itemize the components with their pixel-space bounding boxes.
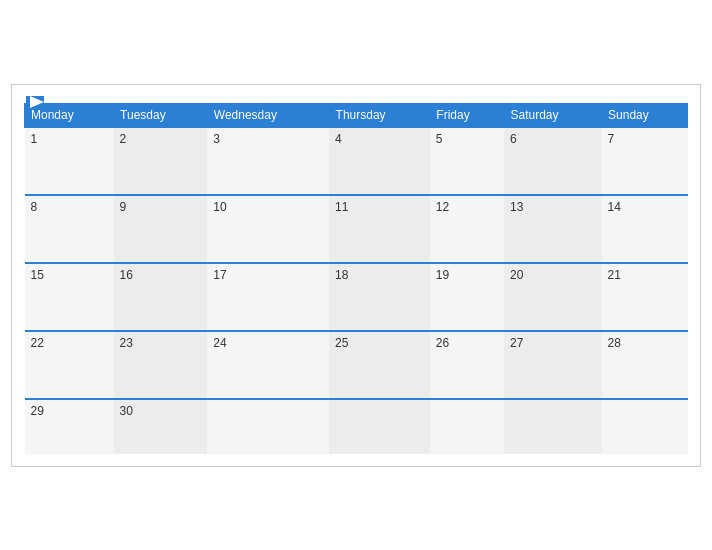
day-number: 15	[31, 268, 108, 282]
calendar-tbody: 1234567891011121314151617181920212223242…	[25, 127, 688, 454]
day-number: 29	[31, 404, 108, 418]
calendar-cell: 23	[114, 331, 208, 399]
day-number: 5	[436, 132, 498, 146]
day-number: 18	[335, 268, 424, 282]
day-number: 27	[510, 336, 596, 350]
calendar-cell: 9	[114, 195, 208, 263]
day-number: 25	[335, 336, 424, 350]
weekday-header-friday: Friday	[430, 103, 504, 127]
calendar-cell: 20	[504, 263, 602, 331]
calendar-container: MondayTuesdayWednesdayThursdayFridaySatu…	[11, 84, 701, 467]
day-number: 14	[608, 200, 682, 214]
day-number: 20	[510, 268, 596, 282]
day-number: 4	[335, 132, 424, 146]
calendar-cell	[207, 399, 329, 454]
calendar-cell: 8	[25, 195, 114, 263]
calendar-cell: 25	[329, 331, 430, 399]
day-number: 26	[436, 336, 498, 350]
calendar-cell	[504, 399, 602, 454]
calendar-cell	[602, 399, 688, 454]
calendar-cell: 15	[25, 263, 114, 331]
weekday-header-row: MondayTuesdayWednesdayThursdayFridaySatu…	[25, 103, 688, 127]
calendar-cell: 1	[25, 127, 114, 195]
calendar-cell: 12	[430, 195, 504, 263]
day-number: 28	[608, 336, 682, 350]
calendar-cell: 5	[430, 127, 504, 195]
day-number: 23	[120, 336, 202, 350]
calendar-cell: 18	[329, 263, 430, 331]
calendar-cell: 29	[25, 399, 114, 454]
day-number: 11	[335, 200, 424, 214]
calendar-cell: 16	[114, 263, 208, 331]
calendar-cell: 21	[602, 263, 688, 331]
day-number: 19	[436, 268, 498, 282]
day-number: 7	[608, 132, 682, 146]
calendar-cell: 6	[504, 127, 602, 195]
calendar-cell: 3	[207, 127, 329, 195]
weekday-header-tuesday: Tuesday	[114, 103, 208, 127]
calendar-cell: 2	[114, 127, 208, 195]
day-number: 6	[510, 132, 596, 146]
week-row-3: 15161718192021	[25, 263, 688, 331]
calendar-cell: 14	[602, 195, 688, 263]
logo-line1	[24, 95, 44, 111]
calendar-cell: 28	[602, 331, 688, 399]
week-row-5: 2930	[25, 399, 688, 454]
day-number: 9	[120, 200, 202, 214]
day-number: 12	[436, 200, 498, 214]
day-number: 24	[213, 336, 323, 350]
day-number: 16	[120, 268, 202, 282]
weekday-header-saturday: Saturday	[504, 103, 602, 127]
calendar-cell: 7	[602, 127, 688, 195]
calendar-grid: MondayTuesdayWednesdayThursdayFridaySatu…	[24, 103, 688, 454]
calendar-cell: 22	[25, 331, 114, 399]
day-number: 2	[120, 132, 202, 146]
day-number: 8	[31, 200, 108, 214]
day-number: 10	[213, 200, 323, 214]
calendar-cell: 30	[114, 399, 208, 454]
day-number: 21	[608, 268, 682, 282]
weekday-header-wednesday: Wednesday	[207, 103, 329, 127]
weekday-header-thursday: Thursday	[329, 103, 430, 127]
calendar-thead: MondayTuesdayWednesdayThursdayFridaySatu…	[25, 103, 688, 127]
day-number: 17	[213, 268, 323, 282]
day-number: 13	[510, 200, 596, 214]
calendar-cell: 27	[504, 331, 602, 399]
calendar-cell	[430, 399, 504, 454]
week-row-2: 891011121314	[25, 195, 688, 263]
day-number: 30	[120, 404, 202, 418]
day-number: 1	[31, 132, 108, 146]
logo	[24, 95, 44, 111]
logo-flag-icon	[26, 96, 44, 108]
calendar-cell	[329, 399, 430, 454]
weekday-header-sunday: Sunday	[602, 103, 688, 127]
calendar-cell: 24	[207, 331, 329, 399]
calendar-cell: 26	[430, 331, 504, 399]
calendar-cell: 4	[329, 127, 430, 195]
day-number: 3	[213, 132, 323, 146]
calendar-cell: 13	[504, 195, 602, 263]
week-row-1: 1234567	[25, 127, 688, 195]
calendar-cell: 19	[430, 263, 504, 331]
week-row-4: 22232425262728	[25, 331, 688, 399]
day-number: 22	[31, 336, 108, 350]
calendar-cell: 17	[207, 263, 329, 331]
calendar-cell: 11	[329, 195, 430, 263]
calendar-cell: 10	[207, 195, 329, 263]
